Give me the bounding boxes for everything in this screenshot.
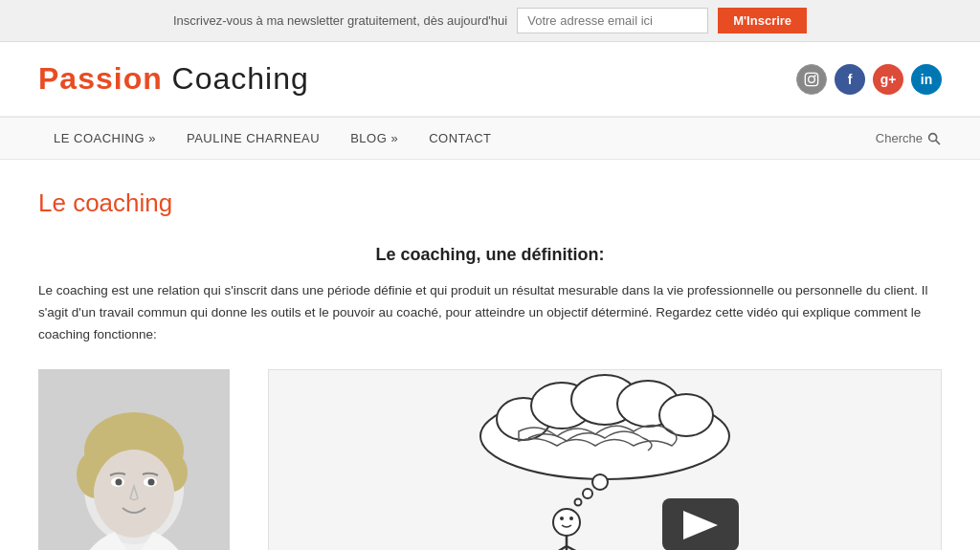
site-title-passion: Passion — [38, 61, 163, 96]
site-logo[interactable]: Passion Coaching — [38, 61, 309, 97]
svg-point-1 — [809, 76, 815, 82]
svg-point-33 — [560, 517, 564, 520]
banner-text: Inscrivez-vous à ma newsletter gratuitem… — [173, 13, 507, 28]
main-content: Le coaching Le coaching, une définition:… — [0, 160, 980, 550]
portrait-image — [38, 369, 230, 550]
content-row — [38, 369, 942, 550]
svg-point-2 — [814, 75, 816, 77]
svg-rect-0 — [805, 73, 817, 85]
page-title: Le coaching — [38, 188, 942, 218]
svg-point-26 — [575, 498, 582, 505]
svg-point-24 — [592, 474, 608, 490]
nav-item-pauline-charneau[interactable]: PAULINE CHARNEAU — [171, 118, 335, 159]
section-title: Le coaching, une définition: — [38, 245, 942, 265]
site-title-coaching: Coaching — [163, 61, 309, 96]
video-illustration — [269, 369, 941, 550]
nav-item-contact[interactable]: CONTACT — [413, 118, 506, 159]
svg-point-13 — [94, 450, 174, 538]
svg-point-16 — [116, 478, 122, 485]
nav-item-blog[interactable]: BLOG » — [335, 118, 413, 159]
svg-point-27 — [553, 509, 580, 536]
section-description: Le coaching est une relation qui s'inscr… — [38, 280, 942, 346]
nav-item-le-coaching[interactable]: LE COACHING » — [38, 118, 171, 159]
svg-point-3 — [929, 133, 937, 141]
main-navigation: LE COACHING » PAULINE CHARNEAU BLOG » CO… — [0, 117, 980, 160]
linkedin-icon[interactable]: in — [911, 64, 942, 95]
svg-line-4 — [936, 140, 940, 143]
search-area[interactable]: Cherche — [876, 131, 942, 146]
newsletter-subscribe-button[interactable]: M'Inscrire — [718, 8, 807, 33]
svg-line-30 — [567, 546, 590, 550]
instagram-icon[interactable] — [796, 64, 827, 95]
svg-point-25 — [583, 489, 592, 498]
svg-point-23 — [659, 394, 713, 436]
svg-line-29 — [543, 546, 567, 550]
search-icon — [926, 131, 942, 146]
social-icons-group: f g+ in — [796, 64, 942, 95]
facebook-icon[interactable]: f — [835, 64, 865, 95]
top-banner: Inscrivez-vous à ma newsletter gratuitem… — [0, 0, 980, 42]
svg-point-17 — [148, 478, 155, 485]
search-label: Cherche — [876, 131, 923, 145]
site-header: Passion Coaching f g+ in — [0, 42, 980, 117]
coach-photo — [38, 369, 230, 550]
nav-items-group: LE COACHING » PAULINE CHARNEAU BLOG » CO… — [38, 118, 507, 159]
newsletter-email-input[interactable] — [517, 8, 708, 33]
video-block — [268, 369, 942, 550]
svg-point-34 — [569, 517, 573, 520]
google-plus-icon[interactable]: g+ — [873, 64, 903, 95]
video-placeholder — [268, 369, 942, 550]
